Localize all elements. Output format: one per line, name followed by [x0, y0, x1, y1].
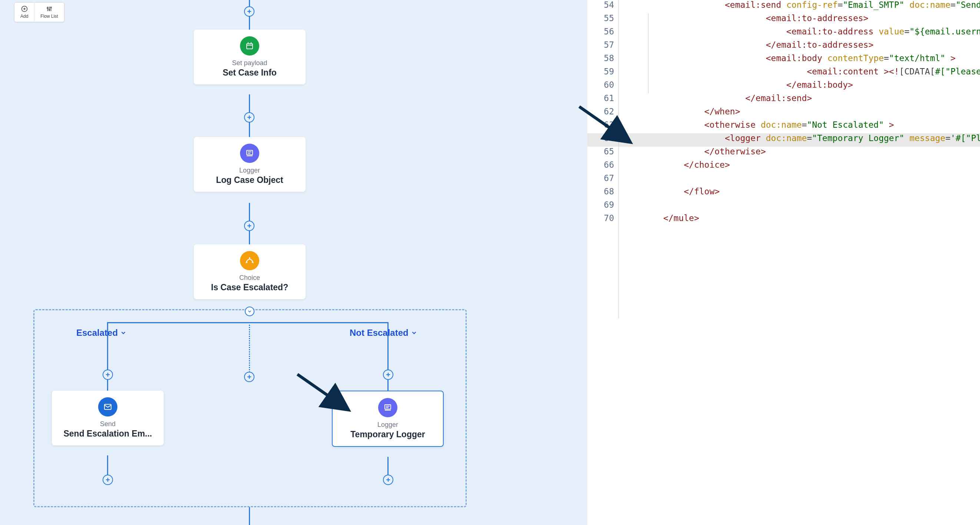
svg-point-6 — [47, 7, 48, 8]
line-number: 57 — [604, 40, 614, 49]
set-payload-node[interactable]: Set payload Set Case Info — [194, 30, 305, 84]
node-name-label: Send Escalation Em... — [63, 429, 152, 439]
svg-point-7 — [49, 9, 50, 10]
branch-escalated[interactable]: Escalated — [76, 328, 127, 338]
line-number: 69 — [604, 200, 614, 210]
line-number: 54 — [604, 0, 614, 10]
line-number: 70 — [604, 213, 614, 223]
code-line: </mule> — [622, 213, 699, 223]
code-line: <email:to-address value="${email.usernam… — [622, 27, 980, 36]
collapse-icon[interactable] — [245, 307, 255, 316]
svg-point-8 — [50, 7, 51, 8]
branch-label-text: Not Escalated — [350, 328, 409, 338]
node-name-label: Is Case Escalated? — [211, 283, 288, 293]
send-escalation-node[interactable]: Send Send Escalation Em... — [52, 391, 164, 445]
code-line: <logger doc:name="Temporary Logger" mess… — [622, 133, 980, 143]
code-line: <email:body contentType="text/html" > — [622, 53, 956, 63]
line-number: 55 — [604, 13, 614, 23]
node-type-label: Logger — [239, 167, 260, 174]
line-number: 67 — [604, 173, 614, 183]
line-number: 58 — [604, 53, 614, 63]
line-number: 59 — [604, 67, 614, 76]
add-node-button[interactable]: + — [103, 369, 113, 380]
add-node-button[interactable]: + — [103, 475, 113, 485]
svg-rect-14 — [385, 405, 391, 409]
canvas-toolbar: Add Flow List — [14, 2, 64, 22]
flow-canvas[interactable]: Add Flow List + Set payload Set Case Inf… — [0, 0, 587, 525]
add-label: Add — [21, 14, 28, 19]
add-button[interactable]: Add — [14, 3, 34, 22]
node-name-label: Log Case Object — [216, 175, 283, 185]
logger-icon — [378, 398, 398, 417]
code-line: <otherwise doc:name="Not Escalated" > — [622, 120, 894, 130]
code-line: </when> — [622, 107, 740, 116]
line-number: 68 — [604, 186, 614, 196]
flow-list-button[interactable]: Flow List — [34, 3, 64, 22]
node-name-label: Temporary Logger — [350, 430, 425, 439]
add-node-button[interactable]: + — [383, 369, 393, 380]
code-line: </choice> — [622, 160, 730, 170]
svg-rect-9 — [247, 44, 253, 49]
chevron-down-icon — [120, 329, 127, 336]
plus-circle-icon — [21, 6, 28, 12]
code-line: </email:send> — [622, 93, 812, 103]
node-name-label: Set Case Info — [223, 68, 277, 78]
line-number: 60 — [604, 80, 614, 90]
node-type-label: Send — [100, 420, 116, 428]
logger-node[interactable]: Logger Log Case Object — [194, 137, 305, 192]
connector-line — [107, 322, 388, 323]
add-node-button[interactable]: + — [383, 475, 393, 485]
line-number: 56 — [604, 27, 614, 36]
code-line: </flow> — [622, 186, 720, 196]
branch-label-text: Escalated — [76, 328, 118, 338]
svg-rect-10 — [247, 150, 253, 155]
node-type-label: Set payload — [232, 59, 267, 67]
code-line: <email:send config-ref="Email_SMTP" doc:… — [622, 0, 980, 10]
branch-not-escalated[interactable]: Not Escalated — [350, 328, 417, 338]
svg-line-18 — [298, 374, 346, 408]
annotation-arrow — [294, 371, 357, 416]
gutter-border — [619, 0, 619, 318]
send-icon — [98, 397, 118, 417]
line-number: 66 — [604, 160, 614, 170]
add-node-button[interactable]: + — [244, 6, 255, 17]
connector-dotted — [249, 322, 250, 379]
node-type-label: Choice — [239, 274, 260, 282]
choice-node[interactable]: Choice Is Case Escalated? — [194, 244, 305, 299]
add-node-button[interactable]: + — [244, 112, 255, 123]
node-type-label: Logger — [377, 421, 398, 429]
logger-icon — [240, 144, 259, 163]
add-node-button[interactable]: + — [244, 221, 255, 231]
chevron-down-icon — [411, 329, 417, 336]
add-node-button[interactable]: + — [244, 372, 255, 382]
connector-line — [249, 507, 250, 525]
code-line: <email:content ><![CDATA[#["Please handl… — [622, 67, 980, 76]
flow-list-label: Flow List — [40, 14, 58, 19]
choice-icon — [240, 251, 259, 270]
svg-line-20 — [579, 107, 628, 141]
code-editor[interactable]: 5455565758596061626364656667686970 <emai… — [587, 0, 980, 525]
set-payload-icon — [240, 36, 259, 56]
line-number: 61 — [604, 93, 614, 103]
annotation-arrow — [576, 103, 639, 148]
code-line: </otherwise> — [622, 146, 766, 156]
sliders-icon — [46, 6, 52, 12]
